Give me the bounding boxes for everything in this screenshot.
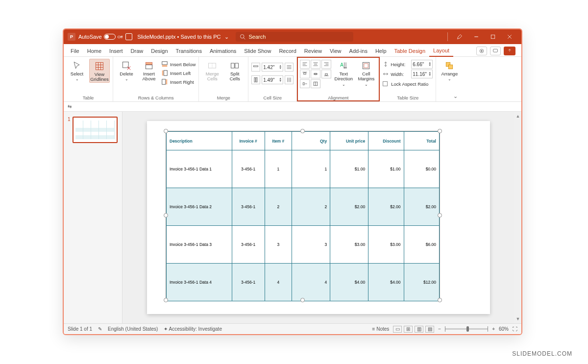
th-item[interactable]: Item # <box>265 132 292 150</box>
insert-below-button[interactable]: Insert Below <box>161 60 196 69</box>
cell-total[interactable]: $0.00 <box>404 150 439 188</box>
align-center-button[interactable] <box>311 60 320 69</box>
tab-insert[interactable]: Insert <box>105 46 127 56</box>
align-extra1-button[interactable] <box>300 79 310 88</box>
comments-button[interactable] <box>490 47 501 55</box>
close-button[interactable] <box>502 29 517 44</box>
thumbnail-pane[interactable]: 1 <box>64 112 122 323</box>
insert-left-button[interactable]: Insert Left <box>161 69 196 77</box>
fit-to-window-button[interactable]: ⛶ <box>513 326 517 332</box>
tab-help[interactable]: Help <box>371 46 391 56</box>
cell-total[interactable]: $6.00 <box>404 226 439 264</box>
cell-price[interactable]: $1.00 <box>330 150 368 188</box>
table-row[interactable]: Invoice 3-456-1 Data 23-456-122$2.00$2.0… <box>167 188 440 226</box>
table-height-input[interactable]: 6.66"▲▼ <box>411 60 433 69</box>
slide-indicator[interactable]: Slide 1 of 1 <box>68 326 92 332</box>
tab-table-design[interactable]: Table Design <box>391 46 430 56</box>
qat-chevron-icon[interactable]: ⇆ <box>68 104 72 109</box>
search-box[interactable]: Search <box>236 32 353 42</box>
tab-home[interactable]: Home <box>83 46 105 56</box>
autosave-toggle[interactable]: AutoSave Off <box>78 34 122 40</box>
distribute-rows-button[interactable] <box>285 63 294 72</box>
reading-view-button[interactable]: ▥ <box>415 326 423 333</box>
zoom-level[interactable]: 60% <box>499 326 509 332</box>
tab-view[interactable]: View <box>326 46 345 56</box>
tab-addins[interactable]: Add-ins <box>345 46 371 56</box>
cell-inv[interactable]: 3-456-1 <box>232 264 265 301</box>
lock-aspect-checkbox[interactable]: Lock Aspect Ratio <box>383 79 433 88</box>
zoom-slider[interactable] <box>445 328 488 330</box>
table-row[interactable]: Invoice 3-456-1 Data 33-456-133$3.00$3.0… <box>167 226 440 264</box>
align-top-button[interactable] <box>300 70 310 78</box>
align-right-button[interactable] <box>321 60 331 69</box>
filename[interactable]: SlideModel.pptx • Saved to this PC <box>137 34 220 40</box>
cell-price[interactable]: $2.00 <box>330 188 368 226</box>
arrange-button[interactable]: Arrange⌄ <box>439 59 460 82</box>
resize-handle[interactable] <box>164 129 168 133</box>
resize-handle[interactable] <box>438 213 442 218</box>
tab-file[interactable]: File <box>67 46 83 56</box>
table-row[interactable]: Invoice 3-456-1 Data 13-456-111$1.00$1.0… <box>167 150 440 188</box>
tab-draw[interactable]: Draw <box>127 46 147 56</box>
pen-icon[interactable] <box>452 29 467 44</box>
view-gridlines-button[interactable]: View Gridlines <box>89 59 110 83</box>
cell-inv[interactable]: 3-456-1 <box>232 188 265 226</box>
cell-price[interactable]: $4.00 <box>330 264 368 301</box>
cell-desc[interactable]: Invoice 3-456-1 Data 4 <box>167 264 232 301</box>
notes-button[interactable]: ≡ Notes <box>372 326 390 332</box>
th-unitprice[interactable]: Unit price <box>330 132 368 150</box>
cell-inv[interactable]: 3-456-1 <box>232 226 265 264</box>
chevron-down-icon[interactable]: ⌄ <box>224 34 229 40</box>
tab-layout[interactable]: Layout <box>429 46 453 57</box>
select-button[interactable]: Select⌄ <box>67 59 87 82</box>
delete-button[interactable]: Delete⌄ <box>116 59 137 82</box>
minimize-button[interactable] <box>468 29 484 44</box>
zoom-out-button[interactable]: − <box>438 326 441 332</box>
insert-right-button[interactable]: Insert Right <box>161 77 196 86</box>
zoom-in-button[interactable]: + <box>492 326 495 332</box>
table-width-input[interactable]: 11.16"▲▼ <box>411 70 433 78</box>
cell-qty[interactable]: 4 <box>292 264 330 301</box>
vertical-scrollbar[interactable]: ▲▼ <box>514 112 521 323</box>
slide-canvas[interactable]: Description Invoice # Item # Qty Unit pr… <box>122 112 514 323</box>
split-cells-button[interactable]: Split Cells <box>224 59 245 82</box>
align-left-button[interactable] <box>300 60 310 69</box>
cell-disc[interactable]: $4.00 <box>368 264 404 301</box>
cell-item[interactable]: 3 <box>265 226 292 264</box>
align-bottom-button[interactable] <box>321 70 331 78</box>
cell-qty[interactable]: 3 <box>292 226 330 264</box>
th-invoice[interactable]: Invoice # <box>232 132 265 150</box>
resize-handle[interactable] <box>164 213 168 218</box>
cell-desc[interactable]: Invoice 3-456-1 Data 3 <box>167 226 232 264</box>
cell-disc[interactable]: $2.00 <box>368 188 404 226</box>
th-discount[interactable]: Discount <box>368 132 404 150</box>
tab-slideshow[interactable]: Slide Show <box>240 46 275 56</box>
resize-handle[interactable] <box>438 129 442 133</box>
insert-above-button[interactable]: Insert Above <box>139 59 159 82</box>
tab-animations[interactable]: Animations <box>206 46 240 56</box>
maximize-button[interactable] <box>485 29 501 44</box>
row-height-input[interactable]: 1.42"▲▼ <box>262 63 283 72</box>
tab-design[interactable]: Design <box>147 46 172 56</box>
align-middle-button[interactable] <box>311 70 320 78</box>
spellcheck-icon[interactable]: ✎ <box>98 326 102 332</box>
accessibility-indicator[interactable]: ✦ Accessibility: Investigate <box>164 326 222 332</box>
cell-price[interactable]: $3.00 <box>330 226 368 264</box>
table-row[interactable]: Invoice 3-456-1 Data 43-456-144$4.00$4.0… <box>167 264 440 301</box>
cell-desc[interactable]: Invoice 3-456-1 Data 2 <box>167 188 232 226</box>
save-icon[interactable] <box>125 33 132 40</box>
align-extra2-button[interactable] <box>311 79 320 88</box>
cell-inv[interactable]: 3-456-1 <box>232 150 265 188</box>
camera-icon[interactable] <box>476 47 487 55</box>
cell-disc[interactable]: $3.00 <box>368 226 404 264</box>
distribute-cols-button[interactable] <box>285 75 294 84</box>
cell-margins-button[interactable]: Cell Margins⌄ <box>356 59 376 87</box>
th-description[interactable]: Description <box>167 132 232 150</box>
language-indicator[interactable]: English (United States) <box>108 326 158 332</box>
resize-handle[interactable] <box>300 129 305 133</box>
table-object[interactable]: Description Invoice # Item # Qty Unit pr… <box>166 131 440 300</box>
cell-item[interactable]: 4 <box>265 264 292 301</box>
resize-handle[interactable] <box>438 298 442 302</box>
cell-item[interactable]: 2 <box>265 188 292 226</box>
slideshow-view-button[interactable]: ▤ <box>425 326 434 333</box>
